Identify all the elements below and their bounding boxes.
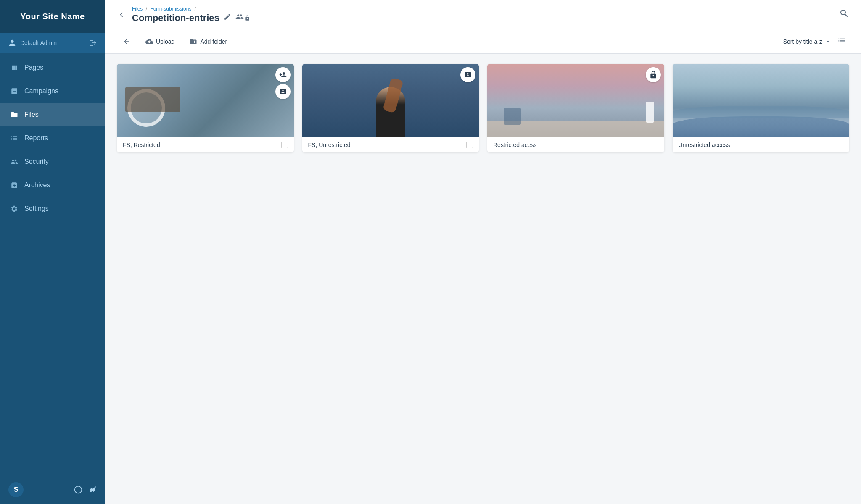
card-thumbnail-1 bbox=[117, 64, 294, 137]
add-folder-icon bbox=[190, 38, 197, 45]
sidebar-item-security-label: Security bbox=[24, 158, 49, 165]
pages-icon bbox=[10, 63, 18, 72]
user-name: Default Admin bbox=[20, 39, 57, 46]
header: Files / Form-submissions / Competition-e… bbox=[105, 0, 861, 29]
upload-button[interactable]: Upload bbox=[140, 35, 180, 48]
content-area: FS, Restricted FS, Unrest bbox=[105, 54, 861, 504]
sidebar-item-files[interactable]: Files bbox=[0, 103, 105, 126]
breadcrumb-form-submissions[interactable]: Form-submissions bbox=[150, 6, 191, 12]
card-1-label: FS, Restricted bbox=[123, 142, 160, 148]
toolbar: Upload Add folder Sort by title a-z bbox=[105, 29, 861, 54]
sidebar-item-reports-label: Reports bbox=[24, 134, 48, 142]
card-1-footer: FS, Restricted bbox=[117, 137, 294, 152]
sidebar-item-security[interactable]: Security bbox=[0, 150, 105, 173]
card-1-checkbox[interactable] bbox=[281, 142, 288, 148]
user-icon bbox=[8, 39, 16, 47]
card-3-checkbox[interactable] bbox=[652, 142, 658, 148]
upload-label: Upload bbox=[156, 38, 174, 45]
campaigns-icon bbox=[10, 87, 18, 95]
header-left: Files / Form-submissions / Competition-e… bbox=[117, 6, 250, 24]
upload-icon bbox=[145, 38, 153, 45]
sort-dropdown[interactable]: Sort by title a-z bbox=[783, 38, 831, 45]
sidebar-item-archives[interactable]: Archives bbox=[0, 173, 105, 197]
sidebar-item-settings[interactable]: Settings bbox=[0, 197, 105, 220]
files-grid: FS, Restricted FS, Unrest bbox=[117, 64, 849, 152]
file-card-restricted[interactable]: Restricted acess bbox=[487, 64, 664, 152]
settings-icon bbox=[10, 205, 18, 213]
sidebar-item-reports[interactable]: Reports bbox=[0, 126, 105, 150]
page-title-text: Competition-entries bbox=[132, 13, 219, 24]
archives-icon bbox=[10, 181, 18, 189]
id-card-badge bbox=[275, 84, 291, 99]
security-icon bbox=[10, 158, 18, 166]
card-4-checkbox[interactable] bbox=[837, 142, 843, 148]
sort-label: Sort by title a-z bbox=[783, 38, 822, 45]
sidebar-item-pages-label: Pages bbox=[24, 64, 43, 71]
search-button[interactable] bbox=[839, 8, 849, 21]
card-4-label: Unrestricted access bbox=[679, 142, 730, 148]
brand-logo: S bbox=[8, 482, 24, 497]
card-thumbnail-3 bbox=[487, 64, 664, 137]
main-content: Files / Form-submissions / Competition-e… bbox=[105, 0, 861, 504]
header-title-area: Files / Form-submissions / Competition-e… bbox=[132, 6, 250, 24]
file-card-unrestricted[interactable]: Unrestricted access bbox=[673, 64, 850, 152]
add-folder-label: Add folder bbox=[200, 38, 227, 45]
card-3-footer: Restricted acess bbox=[487, 137, 664, 152]
footer-icons bbox=[74, 486, 97, 494]
breadcrumb: Files / Form-submissions / bbox=[132, 6, 250, 12]
collapse-icon[interactable] bbox=[88, 486, 97, 494]
user-info: Default Admin bbox=[8, 39, 57, 47]
file-card-fs-unrestricted[interactable]: FS, Unrestricted bbox=[302, 64, 479, 152]
card-4-footer: Unrestricted access bbox=[673, 137, 850, 152]
breadcrumb-files[interactable]: Files bbox=[132, 6, 143, 12]
back-to-parent-button[interactable] bbox=[117, 35, 136, 48]
user-panel: Default Admin bbox=[0, 33, 105, 52]
sidebar-item-archives-label: Archives bbox=[24, 181, 50, 189]
card-2-footer: FS, Unrestricted bbox=[302, 137, 479, 152]
permissions-icon[interactable] bbox=[235, 13, 250, 23]
card-thumbnail-2 bbox=[302, 64, 479, 137]
files-icon bbox=[10, 110, 18, 119]
site-name: Your Site Name bbox=[20, 12, 85, 21]
card-3-label: Restricted acess bbox=[493, 142, 536, 148]
sidebar-footer: S bbox=[0, 475, 105, 504]
file-card-fs-restricted[interactable]: FS, Restricted bbox=[117, 64, 294, 152]
card-3-badges bbox=[646, 67, 661, 82]
sidebar: Your Site Name Default Admin Pages Campa… bbox=[0, 0, 105, 504]
svg-point-0 bbox=[75, 486, 82, 494]
card-2-badges bbox=[460, 67, 475, 82]
card-2-label: FS, Unrestricted bbox=[308, 142, 351, 148]
sidebar-item-files-label: Files bbox=[24, 111, 39, 118]
add-folder-button[interactable]: Add folder bbox=[184, 35, 233, 48]
edit-icon[interactable] bbox=[224, 13, 231, 23]
sidebar-item-pages[interactable]: Pages bbox=[0, 56, 105, 79]
logout-icon[interactable] bbox=[89, 39, 97, 47]
person-lock-badge bbox=[646, 67, 661, 82]
person-card-badge bbox=[460, 67, 475, 82]
page-title: Competition-entries bbox=[132, 13, 250, 24]
back-button[interactable] bbox=[117, 10, 126, 19]
reports-icon bbox=[10, 134, 18, 142]
card-1-badges bbox=[275, 67, 291, 99]
sort-chevron-icon bbox=[825, 39, 831, 45]
card-thumbnail-4 bbox=[673, 64, 850, 137]
sidebar-item-campaigns[interactable]: Campaigns bbox=[0, 79, 105, 103]
sidebar-item-campaigns-label: Campaigns bbox=[24, 87, 58, 95]
sidebar-nav: Pages Campaigns Files Reports bbox=[0, 52, 105, 475]
sidebar-item-settings-label: Settings bbox=[24, 205, 49, 213]
person-add-badge bbox=[275, 67, 291, 82]
circle-icon[interactable] bbox=[74, 486, 82, 494]
card-2-checkbox[interactable] bbox=[466, 142, 473, 148]
site-logo: Your Site Name bbox=[0, 0, 105, 33]
view-toggle-button[interactable] bbox=[834, 34, 849, 48]
